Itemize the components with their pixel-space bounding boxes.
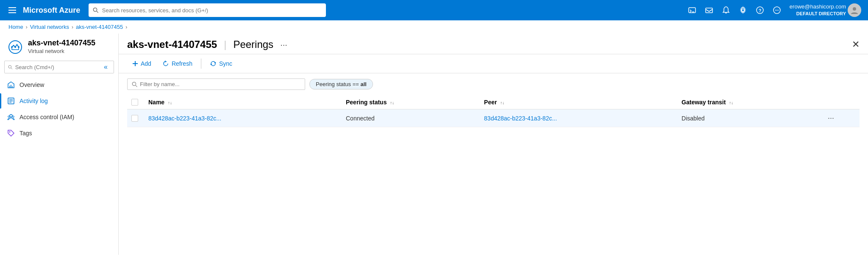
sidebar-search-input[interactable] bbox=[15, 64, 99, 70]
sidebar-item-iam[interactable]: Access control (IAM) bbox=[0, 109, 118, 125]
sync-icon bbox=[210, 60, 217, 67]
active-indicator bbox=[0, 93, 1, 109]
svg-point-0 bbox=[94, 8, 97, 11]
svg-point-30 bbox=[9, 131, 11, 133]
overview-icon bbox=[7, 81, 15, 89]
select-all-checkbox[interactable] bbox=[131, 99, 138, 106]
topbar-icons: ? erowe@hashicorp.com DEFAULT DIRECTORY bbox=[684, 3, 861, 18]
select-all-header bbox=[127, 95, 144, 109]
peering-status-filter[interactable]: Peering status == all bbox=[309, 79, 373, 89]
main-layout: aks-vnet-41407455 Virtual network « bbox=[0, 34, 868, 255]
svg-point-28 bbox=[8, 116, 10, 117]
breadcrumb-virtual-networks[interactable]: Virtual networks bbox=[30, 24, 69, 30]
col-header-peer[interactable]: Peer ↑↓ bbox=[480, 95, 677, 109]
search-icon bbox=[93, 7, 98, 13]
sidebar-item-tags[interactable]: Tags bbox=[0, 125, 118, 141]
breadcrumb: Home › Virtual networks › aks-vnet-41407… bbox=[0, 20, 868, 34]
hamburger-menu[interactable] bbox=[7, 6, 18, 15]
global-search-input[interactable] bbox=[102, 7, 322, 14]
user-info: erowe@hashicorp.com DEFAULT DIRECTORY bbox=[790, 3, 846, 17]
cloud-shell-button[interactable] bbox=[684, 3, 700, 18]
directory-button[interactable] bbox=[701, 3, 717, 18]
table-row: 83d428ac-b223-41a3-82c... Connected 83d4… bbox=[127, 109, 860, 127]
sidebar-nav: Overview Activity log bbox=[0, 77, 118, 141]
sidebar-search-icon bbox=[8, 64, 13, 70]
svg-line-18 bbox=[11, 68, 12, 69]
toolbar-divider bbox=[201, 59, 201, 69]
svg-point-10 bbox=[776, 10, 777, 11]
peering-status-cell: Connected bbox=[342, 109, 480, 127]
svg-point-27 bbox=[10, 115, 12, 117]
settings-button[interactable] bbox=[735, 3, 751, 18]
sort-arrows-peer: ↑↓ bbox=[500, 101, 504, 105]
global-search-container bbox=[89, 3, 326, 17]
svg-point-17 bbox=[8, 65, 11, 68]
resource-header: aks-vnet-41407455 Virtual network bbox=[0, 34, 118, 59]
sidebar-item-overview[interactable]: Overview bbox=[0, 77, 118, 93]
sidebar-item-label: Activity log bbox=[19, 98, 48, 104]
col-header-gateway-transit[interactable]: Gateway transit ↑↓ bbox=[677, 95, 823, 109]
page-title: aks-vnet-41407455 bbox=[127, 39, 217, 50]
page-subtitle: Peerings bbox=[233, 39, 273, 50]
topbar: Microsoft Azure bbox=[0, 0, 868, 20]
tags-icon bbox=[7, 129, 15, 137]
svg-line-1 bbox=[97, 11, 98, 13]
toolbar: Add Refresh Sync bbox=[119, 54, 868, 73]
svg-point-15 bbox=[14, 46, 16, 48]
collapse-sidebar-button[interactable]: « bbox=[101, 63, 110, 71]
peering-name-cell[interactable]: 83d428ac-b223-41a3-82c... bbox=[144, 109, 342, 127]
breadcrumb-home[interactable]: Home bbox=[8, 24, 23, 30]
svg-point-5 bbox=[742, 9, 744, 11]
svg-point-29 bbox=[12, 116, 14, 117]
chevron-icon-2: › bbox=[72, 24, 73, 30]
user-email: erowe@hashicorp.com bbox=[790, 3, 846, 11]
row-select-checkbox[interactable] bbox=[131, 115, 138, 122]
row-checkbox-cell bbox=[127, 109, 144, 127]
chevron-icon-3: › bbox=[125, 24, 127, 30]
add-icon bbox=[132, 61, 138, 67]
peer-cell[interactable]: 83d428ac-b223-41a3-82c... bbox=[480, 109, 677, 127]
filter-search-icon bbox=[132, 81, 137, 87]
add-button[interactable]: Add bbox=[127, 58, 156, 70]
filter-search-input[interactable] bbox=[140, 81, 300, 87]
close-button[interactable]: ✕ bbox=[852, 39, 860, 50]
gateway-transit-cell: Disabled bbox=[677, 109, 823, 127]
breadcrumb-resource[interactable]: aks-vnet-41407455 bbox=[76, 24, 123, 30]
feedback-button[interactable] bbox=[769, 3, 785, 18]
activity-log-icon bbox=[7, 97, 15, 105]
col-header-name[interactable]: Name ↑↓ bbox=[144, 95, 342, 109]
sort-arrows-name: ↑↓ bbox=[168, 101, 172, 105]
sidebar: aks-vnet-41407455 Virtual network « bbox=[0, 34, 119, 255]
sidebar-item-label: Tags bbox=[19, 130, 32, 137]
title-separator: | bbox=[224, 39, 226, 50]
svg-point-12 bbox=[853, 7, 856, 11]
chevron-icon: › bbox=[26, 24, 28, 30]
help-button[interactable]: ? bbox=[752, 3, 768, 18]
user-avatar[interactable] bbox=[848, 3, 861, 17]
col-header-actions bbox=[823, 95, 860, 109]
peerings-table: Name ↑↓ Peering status ↑↓ Peer ↑↓ Gate bbox=[127, 95, 860, 127]
sidebar-item-activity-log[interactable]: Activity log bbox=[0, 93, 118, 109]
notifications-button[interactable] bbox=[718, 3, 734, 18]
app-title: Microsoft Azure bbox=[23, 6, 80, 15]
filter-search-container bbox=[127, 78, 305, 90]
resource-icon bbox=[7, 39, 24, 56]
col-header-peering-status[interactable]: Peering status ↑↓ bbox=[342, 95, 480, 109]
sync-button[interactable]: Sync bbox=[205, 58, 237, 70]
svg-point-11 bbox=[778, 10, 779, 11]
sort-arrows-gateway: ↑↓ bbox=[729, 101, 733, 105]
more-options-button[interactable]: ··· bbox=[280, 40, 287, 50]
page-header: aks-vnet-41407455 | Peerings ··· ✕ bbox=[119, 34, 868, 54]
refresh-icon bbox=[162, 60, 169, 67]
row-actions-cell: ··· bbox=[823, 109, 860, 127]
filter-area: Peering status == all bbox=[119, 73, 868, 95]
svg-text:?: ? bbox=[758, 8, 761, 13]
sidebar-item-label: Overview bbox=[19, 81, 44, 88]
content-area: aks-vnet-41407455 | Peerings ··· ✕ Add R… bbox=[119, 34, 868, 255]
resource-subtitle: Virtual network bbox=[28, 48, 95, 54]
svg-point-9 bbox=[775, 10, 776, 11]
peerings-table-container: Name ↑↓ Peering status ↑↓ Peer ↑↓ Gate bbox=[119, 95, 868, 255]
row-more-button[interactable]: ··· bbox=[828, 114, 834, 122]
refresh-button[interactable]: Refresh bbox=[157, 58, 198, 70]
svg-line-34 bbox=[136, 85, 137, 87]
